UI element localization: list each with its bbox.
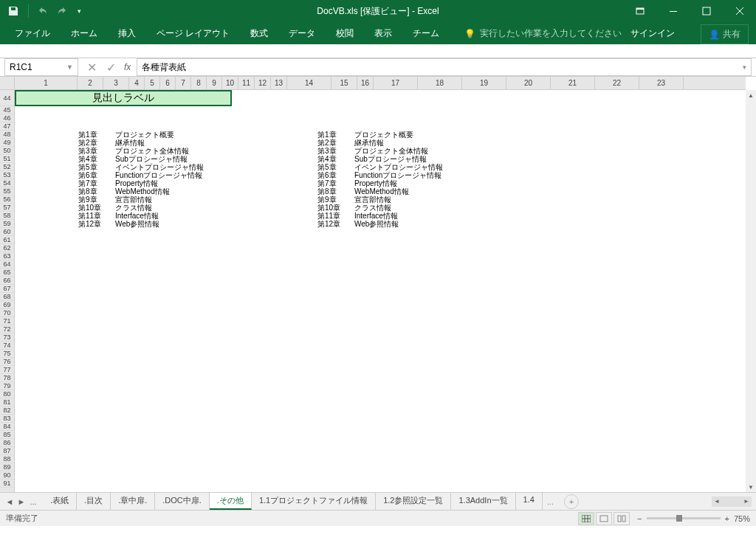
row-header[interactable]: 53	[0, 171, 14, 179]
row-header[interactable]: 49	[0, 139, 14, 147]
tab-review[interactable]: 校閲	[326, 23, 364, 44]
col-header[interactable]: 7	[176, 77, 191, 89]
row-header[interactable]: 44	[0, 90, 14, 106]
row-header[interactable]: 51	[0, 155, 14, 163]
redo-icon[interactable]	[55, 5, 67, 17]
row-header[interactable]: 90	[0, 471, 14, 480]
row-header[interactable]: 67	[0, 285, 14, 293]
col-header[interactable]: 23	[639, 77, 684, 89]
col-header[interactable]: 15	[331, 77, 357, 89]
zoom-thumb[interactable]	[676, 515, 682, 522]
zoom-slider[interactable]	[647, 517, 721, 519]
row-header[interactable]: 89	[0, 463, 14, 471]
row-header[interactable]: 47	[0, 122, 14, 131]
nav-prev-icon[interactable]: ◄	[4, 497, 15, 506]
cells-canvas[interactable]: 見出しラベル 第1章プロジェクト概要第2章継承情報第3章プロジェクト全体情報第4…	[15, 90, 746, 492]
maximize-icon[interactable]	[690, 0, 723, 22]
sheet-tab[interactable]: 1.1プロジェクトファイル情報	[252, 493, 376, 510]
undo-icon[interactable]	[38, 5, 49, 17]
col-header[interactable]: 8	[191, 77, 207, 89]
close-icon[interactable]	[723, 0, 756, 22]
col-header[interactable]: 9	[207, 77, 222, 89]
row-header[interactable]: 86	[0, 439, 14, 447]
row-header[interactable]: 87	[0, 447, 14, 455]
row-header[interactable]: 63	[0, 252, 14, 260]
sheet-tab[interactable]: .章中扉.	[111, 493, 155, 510]
hscroll-left-icon[interactable]: ◄	[712, 497, 722, 507]
scroll-up-icon[interactable]: ▲	[746, 90, 756, 100]
expand-formula-bar-icon[interactable]: ▾	[743, 63, 746, 71]
sheet-tab[interactable]: .その他	[210, 493, 252, 510]
normal-view-icon[interactable]	[578, 512, 594, 525]
row-header[interactable]: 75	[0, 350, 14, 358]
row-header[interactable]: 50	[0, 147, 14, 155]
row-header[interactable]: 61	[0, 236, 14, 244]
sheet-tab[interactable]: .DOC中扉.	[155, 493, 210, 510]
row-header[interactable]: 60	[0, 228, 14, 236]
row-header[interactable]: 64	[0, 260, 14, 269]
col-header[interactable]: 2	[78, 77, 103, 89]
row-header[interactable]: 70	[0, 309, 14, 317]
col-header[interactable]: 21	[551, 77, 595, 89]
row-header[interactable]: 73	[0, 333, 14, 342]
row-header[interactable]: 55	[0, 187, 14, 196]
row-header[interactable]: 71	[0, 317, 14, 325]
row-header[interactable]: 85	[0, 431, 14, 439]
row-header[interactable]: 82	[0, 407, 14, 415]
row-header[interactable]: 46	[0, 114, 14, 122]
save-icon[interactable]	[7, 5, 19, 17]
row-header[interactable]: 69	[0, 301, 14, 309]
row-header[interactable]: 77	[0, 366, 14, 374]
col-header[interactable]: 22	[595, 77, 639, 89]
row-header[interactable]: 83	[0, 415, 14, 423]
row-header[interactable]: 68	[0, 293, 14, 301]
share-button[interactable]: 👤 共有	[701, 24, 749, 44]
row-header[interactable]: 48	[0, 131, 14, 139]
chevron-down-icon[interactable]: ▼	[66, 63, 73, 71]
row-header[interactable]: 88	[0, 455, 14, 463]
col-header[interactable]: 20	[506, 77, 551, 89]
row-header[interactable]: 45	[0, 106, 14, 114]
row-header[interactable]: 66	[0, 277, 14, 285]
nav-next-icon[interactable]: ►	[16, 497, 27, 506]
row-header[interactable]: 79	[0, 382, 14, 390]
sheet-tab[interactable]: .表紙	[43, 493, 77, 510]
col-header[interactable]: 16	[357, 77, 374, 89]
tab-team[interactable]: チーム	[402, 23, 450, 44]
fx-icon[interactable]: fx	[124, 62, 131, 72]
tab-data[interactable]: データ	[278, 23, 326, 44]
zoom-percent[interactable]: 75%	[734, 514, 750, 523]
col-header[interactable]: 13	[271, 77, 287, 89]
tab-home[interactable]: ホーム	[61, 23, 108, 44]
row-header[interactable]: 52	[0, 163, 14, 171]
zoom-out-icon[interactable]: −	[637, 514, 642, 523]
tell-me[interactable]: 💡 実行したい作業を入力してください	[457, 23, 629, 44]
enter-formula-icon[interactable]: ✓	[105, 60, 117, 75]
row-header[interactable]: 91	[0, 480, 14, 488]
scroll-down-icon[interactable]: ▼	[746, 482, 756, 492]
col-header[interactable]: 6	[160, 77, 176, 89]
select-all-corner[interactable]	[0, 77, 15, 90]
row-header[interactable]: 74	[0, 342, 14, 350]
col-header[interactable]: 3	[103, 77, 129, 89]
row-header[interactable]: 58	[0, 212, 14, 220]
vertical-scrollbar[interactable]: ▲ ▼	[746, 90, 756, 492]
ribbon-display-options-icon[interactable]	[623, 0, 656, 22]
sheet-tab[interactable]: 1.3AddIn一覧	[451, 493, 515, 510]
col-header[interactable]: 1	[15, 77, 78, 89]
col-header[interactable]: 10	[222, 77, 238, 89]
row-header[interactable]: 65	[0, 269, 14, 277]
row-headers[interactable]: 4445464748495051525354555657585960616263…	[0, 90, 15, 492]
row-header[interactable]: 54	[0, 179, 14, 187]
page-break-view-icon[interactable]	[614, 512, 630, 525]
qat-dropdown-icon[interactable]: ▾	[73, 5, 85, 17]
hscroll-right-icon[interactable]: ►	[741, 497, 752, 507]
col-header[interactable]: 12	[255, 77, 271, 89]
column-headers[interactable]: 1234567891011121314151617181920212223	[15, 77, 746, 90]
tab-page-layout[interactable]: ページ レイアウト	[146, 23, 240, 44]
row-header[interactable]: 76	[0, 358, 14, 366]
col-header[interactable]: 5	[145, 77, 160, 89]
file-tab[interactable]: ファイル	[4, 23, 61, 44]
row-header[interactable]: 62	[0, 244, 14, 252]
row-header[interactable]: 59	[0, 220, 14, 228]
